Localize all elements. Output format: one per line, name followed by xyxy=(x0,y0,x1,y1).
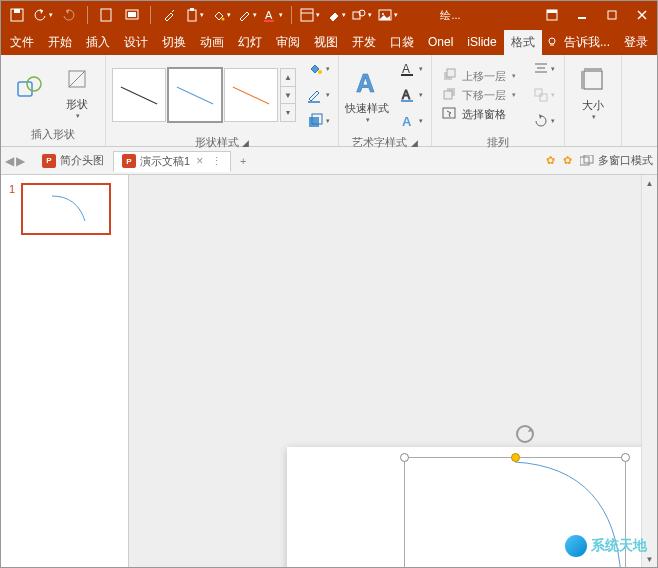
gear-icon[interactable]: ✿ xyxy=(563,154,572,167)
rotate-button[interactable]: ▾ xyxy=(530,109,558,133)
eyedropper-icon xyxy=(162,8,176,22)
save-button[interactable] xyxy=(5,3,29,27)
save-icon xyxy=(10,8,24,22)
tab-islide[interactable]: iSlide xyxy=(460,31,503,53)
svg-rect-1 xyxy=(14,9,20,13)
redo-button[interactable] xyxy=(57,3,81,27)
shape-fill-button[interactable]: ▾ xyxy=(304,57,332,81)
watermark: 系统天地 xyxy=(565,535,647,557)
page-icon xyxy=(100,8,112,22)
shape-outline-button[interactable]: ▾ xyxy=(304,83,332,107)
app-title: 绘... xyxy=(440,8,500,23)
shapes-icon xyxy=(352,8,366,22)
resize-handle-nw[interactable] xyxy=(400,453,409,462)
image-button[interactable]: ▾ xyxy=(376,3,400,27)
layout-icon xyxy=(300,8,314,22)
svg-text:A: A xyxy=(356,68,375,98)
wordart-a-icon: A xyxy=(351,67,383,99)
doctab-2[interactable]: P 演示文稿1 × ⋮ xyxy=(113,151,231,172)
tell-me-button[interactable]: 告诉我... xyxy=(564,30,617,55)
tab-developer[interactable]: 开发 xyxy=(345,30,383,55)
eyedropper-button[interactable] xyxy=(157,3,181,27)
tab-insert[interactable]: 插入 xyxy=(79,30,117,55)
svg-rect-9 xyxy=(264,20,274,22)
style-preset-1[interactable] xyxy=(112,68,166,122)
globe-icon xyxy=(565,535,587,557)
tab-home[interactable]: 开始 xyxy=(41,30,79,55)
shapes-button[interactable]: ▾ xyxy=(350,3,374,27)
slideshow-button[interactable] xyxy=(120,3,144,27)
maximize-icon xyxy=(606,9,618,21)
tab-pocket[interactable]: 口袋 xyxy=(383,30,421,55)
minimize-button[interactable] xyxy=(567,3,597,27)
align-icon xyxy=(533,61,549,77)
svg-rect-30 xyxy=(309,117,319,127)
ribbon-toggle-button[interactable] xyxy=(537,3,567,27)
adjust-handle-n[interactable] xyxy=(511,453,520,462)
svg-rect-39 xyxy=(447,69,455,77)
text-effects-icon: A xyxy=(399,112,417,130)
tab-format[interactable]: 格式 xyxy=(504,30,542,55)
tab-slideshow[interactable]: 幻灯 xyxy=(231,30,269,55)
vertical-scrollbar[interactable]: ▲ ▼ xyxy=(641,175,657,567)
multi-window-button[interactable]: 多窗口模式 xyxy=(580,153,653,168)
quick-styles-button[interactable]: A 快速样式 ▾ xyxy=(345,62,389,128)
tab-transitions[interactable]: 切换 xyxy=(155,30,193,55)
edit-shape-icon xyxy=(13,74,45,106)
new-tab-button[interactable]: + xyxy=(231,155,255,167)
paste-button[interactable]: ▾ xyxy=(183,3,207,27)
svg-rect-6 xyxy=(190,8,194,11)
gallery-up-button[interactable]: ▲ xyxy=(281,69,295,87)
login-button[interactable]: 登录 xyxy=(617,30,655,55)
doctab-close-button[interactable]: × xyxy=(196,154,203,168)
align-button[interactable]: ▾ xyxy=(530,57,558,81)
selection-pane-button[interactable]: 选择窗格 xyxy=(438,105,520,123)
tab-view[interactable]: 视图 xyxy=(307,30,345,55)
maximize-button[interactable] xyxy=(597,3,627,27)
font-a-icon: A xyxy=(263,8,277,22)
star-icon[interactable]: ✿ xyxy=(546,154,555,167)
font-color-button[interactable]: A▾ xyxy=(261,3,285,27)
outline-color-button[interactable]: ▾ xyxy=(235,3,259,27)
tab-review[interactable]: 审阅 xyxy=(269,30,307,55)
text-effects-button[interactable]: A▾ xyxy=(397,109,425,133)
rotation-handle[interactable] xyxy=(514,423,536,449)
shape-effects-button[interactable]: ▾ xyxy=(304,109,332,133)
tab-file[interactable]: 文件 xyxy=(3,30,41,55)
resize-handle-ne[interactable] xyxy=(621,453,630,462)
edit-shape-button[interactable] xyxy=(7,58,51,124)
tab-animations[interactable]: 动画 xyxy=(193,30,231,55)
gallery-more-button[interactable]: ▾ xyxy=(281,104,295,121)
fill-button[interactable]: ▾ xyxy=(209,3,233,27)
layout-button[interactable]: ▾ xyxy=(298,3,322,27)
svg-point-28 xyxy=(318,70,322,74)
slide-thumbnail-1[interactable]: 1 xyxy=(9,183,120,235)
tab-next-button[interactable]: ▶ xyxy=(16,154,25,168)
shapes-label: 形状 xyxy=(66,97,88,112)
bring-forward-button[interactable]: 上移一层▾ xyxy=(438,67,520,85)
quick-styles-label: 快速样式 xyxy=(345,101,389,116)
size-button[interactable]: 大小 ▾ xyxy=(571,60,615,126)
svg-text:A: A xyxy=(402,62,410,76)
text-outline-button[interactable]: A▾ xyxy=(397,83,425,107)
tab-prev-button[interactable]: ◀ xyxy=(5,154,14,168)
svg-rect-47 xyxy=(540,94,547,101)
slide-canvas[interactable]: + ▲ ▼ xyxy=(129,175,657,567)
doctab-1[interactable]: P 简介头图 xyxy=(33,150,113,171)
style-preset-3[interactable] xyxy=(224,68,278,122)
new-button[interactable] xyxy=(94,3,118,27)
eraser-button[interactable]: ▾ xyxy=(324,3,348,27)
tab-onekey[interactable]: Onel xyxy=(421,31,460,53)
send-backward-button[interactable]: 下移一层▾ xyxy=(438,86,520,104)
scroll-up-button[interactable]: ▲ xyxy=(642,175,657,191)
shapes-dropdown-button[interactable]: 形状 ▾ xyxy=(55,58,99,124)
style-preset-2[interactable] xyxy=(168,68,222,122)
close-button[interactable] xyxy=(627,3,657,27)
gallery-down-button[interactable]: ▼ xyxy=(281,87,295,105)
tab-design[interactable]: 设计 xyxy=(117,30,155,55)
group-button[interactable]: ▾ xyxy=(530,83,558,107)
window-controls xyxy=(537,3,657,27)
text-fill-button[interactable]: A▾ xyxy=(397,57,425,81)
size-icon xyxy=(577,64,609,96)
undo-button[interactable]: ▾ xyxy=(31,3,55,27)
